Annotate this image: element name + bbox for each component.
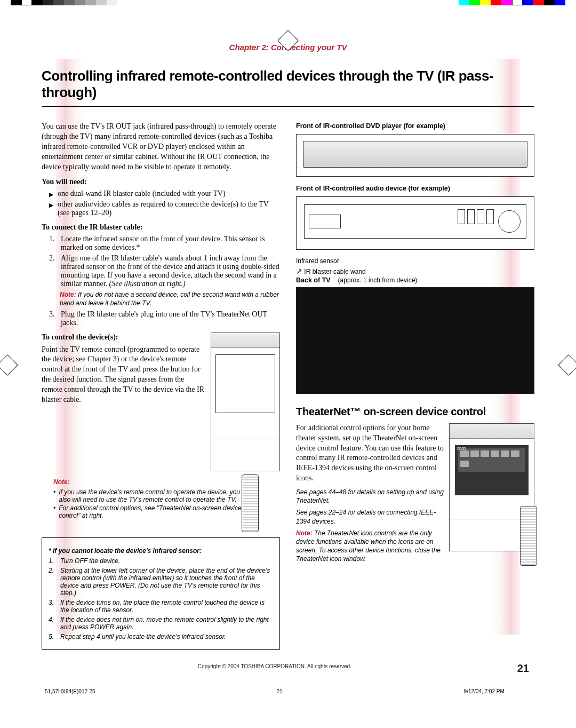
need-text: one dual-wand IR blaster cable (included…: [58, 189, 226, 198]
you-will-need-head: You will need:: [42, 177, 280, 187]
sensor-box: * If you cannot locate the device's infr…: [42, 537, 280, 650]
need-item: ▶ other audio/video cables as required t…: [49, 200, 280, 217]
footer-page: 21: [276, 689, 282, 694]
wand-label: ↗ IR blaster cable wand: [296, 267, 366, 275]
need-item: ▶ one dual-wand IR blaster cable (includ…: [49, 189, 280, 198]
approx-label: (approx. 1 inch from device): [338, 276, 418, 284]
page-title: Controlling infrared remote-controlled d…: [42, 68, 534, 107]
remote-icon: [520, 506, 537, 566]
need-text: other audio/video cables as required to …: [58, 200, 280, 217]
back-of-tv-label: Back of TV: [296, 276, 331, 284]
step: 2. Align one of the IR blaster cable's w…: [49, 254, 280, 288]
dvd-label: Front of IR-controlled DVD player (for e…: [296, 122, 534, 131]
sensor-head: * If you cannot locate the device's infr…: [49, 547, 273, 555]
arrow-icon: ▶: [49, 202, 53, 217]
step-text: Align one of the IR blaster cable's wand…: [61, 254, 280, 288]
connect-head: To connect the IR blaster cable:: [42, 223, 280, 233]
remote-icon: [242, 474, 259, 532]
step-text: Locate the infrared sensor on the front …: [61, 235, 280, 252]
theaternet-head: TheaterNet™ on-screen device control: [296, 406, 534, 418]
footer-bar: 51,57HX94(E)012-25 21 9/12/04, 7:02 PM: [32, 669, 517, 699]
back-of-tv-diagram: [296, 287, 534, 394]
arrow-icon: ▶: [49, 191, 53, 198]
step: 1.Locate the infrared sensor on the fron…: [49, 235, 280, 252]
note: Note: If you do not have a second device…: [60, 290, 280, 307]
audio-label: Front of IR-controlled audio device (for…: [296, 184, 534, 193]
right-column: Front of IR-controlled DVD player (for e…: [296, 120, 534, 650]
footer-file: 51,57HX94(E)012-25: [45, 689, 95, 694]
note-bullet: •For additional control options, see "Th…: [53, 504, 242, 519]
audio-front-diagram: [296, 196, 534, 250]
dvd-front-diagram: [296, 134, 534, 177]
note-bullet: •If you use the device's remote control …: [53, 488, 242, 503]
footer-timestamp: 9/12/04, 7:02 PM: [464, 689, 505, 694]
dvd-osd-label: DVD: [457, 446, 466, 451]
intro-text: You can use the TV's IR OUT jack (infrar…: [42, 122, 280, 172]
copyright: Copyright © 2004 TOSHIBA CORPORATION. Al…: [198, 663, 351, 669]
infrared-label: Infrared sensor: [296, 257, 366, 265]
tv-diagram: [211, 333, 280, 471]
left-column: You can use the TV's IR OUT jack (infrar…: [42, 120, 280, 650]
page-number: 21: [517, 662, 529, 675]
theaternet-tv-diagram: DVD: [449, 423, 534, 551]
step: 3.Plug the IR blaster cable's plug into …: [49, 310, 280, 327]
step-text: Plug the IR blaster cable's plug into on…: [61, 310, 280, 327]
